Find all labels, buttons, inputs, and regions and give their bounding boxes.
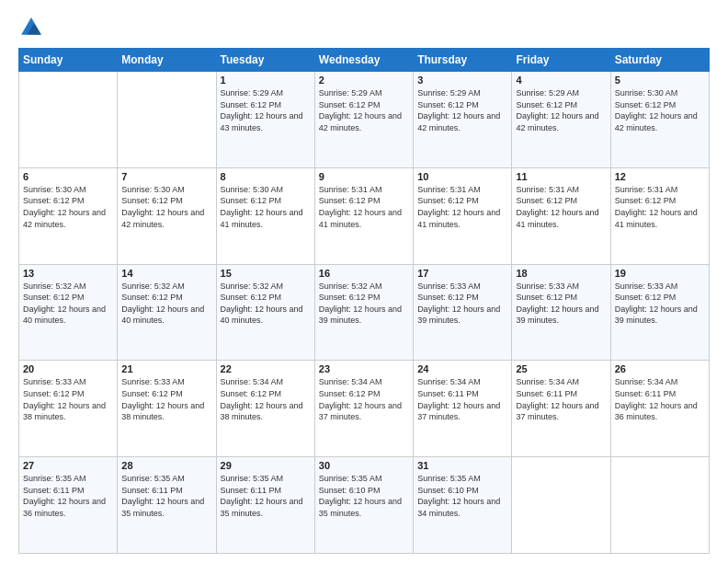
calendar-cell: 4Sunrise: 5:29 AMSunset: 6:12 PMDaylight… (512, 72, 610, 168)
calendar-header: SundayMondayTuesdayWednesdayThursdayFrid… (19, 49, 710, 72)
day-info: Sunrise: 5:32 AMSunset: 6:12 PMDaylight:… (23, 281, 113, 327)
logo (18, 15, 48, 40)
day-info: Sunrise: 5:32 AMSunset: 6:12 PMDaylight:… (121, 281, 211, 327)
day-number: 7 (121, 171, 211, 182)
day-info: Sunrise: 5:34 AMSunset: 6:11 PMDaylight:… (417, 376, 507, 422)
day-number: 2 (319, 75, 409, 86)
day-info: Sunrise: 5:33 AMSunset: 6:12 PMDaylight:… (121, 376, 211, 422)
day-number: 15 (221, 268, 311, 279)
day-number: 31 (417, 460, 507, 471)
day-info: Sunrise: 5:29 AMSunset: 6:12 PMDaylight:… (417, 87, 507, 133)
day-number: 26 (615, 363, 705, 374)
day-info: Sunrise: 5:35 AMSunset: 6:10 PMDaylight:… (417, 473, 507, 519)
week-row-5: 27Sunrise: 5:35 AMSunset: 6:11 PMDayligh… (19, 457, 710, 554)
logo-icon (18, 15, 44, 40)
day-number: 23 (319, 363, 409, 374)
calendar-cell: 9Sunrise: 5:31 AMSunset: 6:12 PMDaylight… (314, 167, 413, 264)
calendar-cell: 31Sunrise: 5:35 AMSunset: 6:10 PMDayligh… (414, 457, 512, 554)
week-row-2: 6Sunrise: 5:30 AMSunset: 6:12 PMDaylight… (19, 167, 710, 264)
header-day-thursday: Thursday (414, 49, 512, 72)
day-number: 5 (615, 75, 705, 86)
calendar-cell: 18Sunrise: 5:33 AMSunset: 6:12 PMDayligh… (512, 264, 610, 361)
day-number: 21 (121, 363, 211, 374)
day-info: Sunrise: 5:33 AMSunset: 6:12 PMDaylight:… (615, 281, 705, 327)
header (18, 15, 710, 40)
day-info: Sunrise: 5:34 AMSunset: 6:12 PMDaylight:… (221, 376, 311, 422)
header-day-sunday: Sunday (19, 49, 118, 72)
day-info: Sunrise: 5:34 AMSunset: 6:11 PMDaylight:… (516, 376, 606, 422)
day-number: 9 (319, 171, 409, 182)
day-number: 12 (615, 171, 705, 182)
calendar-cell: 10Sunrise: 5:31 AMSunset: 6:12 PMDayligh… (414, 167, 512, 264)
header-day-tuesday: Tuesday (216, 49, 314, 72)
calendar-cell: 2Sunrise: 5:29 AMSunset: 6:12 PMDaylight… (314, 72, 413, 168)
calendar-cell: 7Sunrise: 5:30 AMSunset: 6:12 PMDaylight… (118, 167, 216, 264)
day-info: Sunrise: 5:29 AMSunset: 6:12 PMDaylight:… (516, 87, 606, 133)
day-number: 29 (221, 460, 311, 471)
calendar-cell: 21Sunrise: 5:33 AMSunset: 6:12 PMDayligh… (118, 361, 216, 457)
day-info: Sunrise: 5:33 AMSunset: 6:12 PMDaylight:… (516, 281, 606, 327)
day-info: Sunrise: 5:35 AMSunset: 6:10 PMDaylight:… (319, 473, 409, 519)
calendar-cell: 25Sunrise: 5:34 AMSunset: 6:11 PMDayligh… (512, 361, 610, 457)
calendar-cell: 8Sunrise: 5:30 AMSunset: 6:12 PMDaylight… (216, 167, 314, 264)
day-number: 13 (23, 268, 113, 279)
day-number: 22 (221, 363, 311, 374)
calendar-cell: 15Sunrise: 5:32 AMSunset: 6:12 PMDayligh… (216, 264, 314, 361)
day-number: 19 (615, 268, 705, 279)
calendar-cell: 16Sunrise: 5:32 AMSunset: 6:12 PMDayligh… (314, 264, 413, 361)
calendar-cell: 19Sunrise: 5:33 AMSunset: 6:12 PMDayligh… (610, 264, 709, 361)
day-number: 14 (121, 268, 211, 279)
day-number: 16 (319, 268, 409, 279)
day-info: Sunrise: 5:33 AMSunset: 6:12 PMDaylight:… (417, 281, 507, 327)
calendar-cell: 24Sunrise: 5:34 AMSunset: 6:11 PMDayligh… (414, 361, 512, 457)
day-info: Sunrise: 5:30 AMSunset: 6:12 PMDaylight:… (23, 184, 113, 230)
day-info: Sunrise: 5:29 AMSunset: 6:12 PMDaylight:… (319, 87, 409, 133)
day-number: 20 (23, 363, 113, 374)
day-info: Sunrise: 5:34 AMSunset: 6:11 PMDaylight:… (615, 376, 705, 422)
day-info: Sunrise: 5:31 AMSunset: 6:12 PMDaylight:… (319, 184, 409, 230)
calendar-cell: 11Sunrise: 5:31 AMSunset: 6:12 PMDayligh… (512, 167, 610, 264)
calendar-cell: 14Sunrise: 5:32 AMSunset: 6:12 PMDayligh… (118, 264, 216, 361)
day-info: Sunrise: 5:32 AMSunset: 6:12 PMDaylight:… (221, 281, 311, 327)
calendar-body: 1Sunrise: 5:29 AMSunset: 6:12 PMDaylight… (19, 72, 710, 554)
day-info: Sunrise: 5:33 AMSunset: 6:12 PMDaylight:… (23, 376, 113, 422)
calendar-cell: 29Sunrise: 5:35 AMSunset: 6:11 PMDayligh… (216, 457, 314, 554)
day-info: Sunrise: 5:30 AMSunset: 6:12 PMDaylight:… (121, 184, 211, 230)
calendar-cell: 23Sunrise: 5:34 AMSunset: 6:12 PMDayligh… (314, 361, 413, 457)
calendar-cell: 26Sunrise: 5:34 AMSunset: 6:11 PMDayligh… (610, 361, 709, 457)
calendar-cell: 30Sunrise: 5:35 AMSunset: 6:10 PMDayligh… (314, 457, 413, 554)
day-info: Sunrise: 5:31 AMSunset: 6:12 PMDaylight:… (516, 184, 606, 230)
calendar-cell: 5Sunrise: 5:30 AMSunset: 6:12 PMDaylight… (610, 72, 709, 168)
day-number: 6 (23, 171, 113, 182)
day-number: 11 (516, 171, 606, 182)
header-day-saturday: Saturday (610, 49, 709, 72)
day-number: 8 (221, 171, 311, 182)
day-info: Sunrise: 5:35 AMSunset: 6:11 PMDaylight:… (121, 473, 211, 519)
week-row-3: 13Sunrise: 5:32 AMSunset: 6:12 PMDayligh… (19, 264, 710, 361)
day-info: Sunrise: 5:30 AMSunset: 6:12 PMDaylight:… (221, 184, 311, 230)
day-number: 27 (23, 460, 113, 471)
header-day-monday: Monday (118, 49, 216, 72)
calendar-cell: 17Sunrise: 5:33 AMSunset: 6:12 PMDayligh… (414, 264, 512, 361)
day-number: 24 (417, 363, 507, 374)
day-info: Sunrise: 5:35 AMSunset: 6:11 PMDaylight:… (221, 473, 311, 519)
day-info: Sunrise: 5:29 AMSunset: 6:12 PMDaylight:… (221, 87, 311, 133)
header-day-friday: Friday (512, 49, 610, 72)
calendar-cell: 13Sunrise: 5:32 AMSunset: 6:12 PMDayligh… (19, 264, 118, 361)
week-row-4: 20Sunrise: 5:33 AMSunset: 6:12 PMDayligh… (19, 361, 710, 457)
calendar-cell: 20Sunrise: 5:33 AMSunset: 6:12 PMDayligh… (19, 361, 118, 457)
day-info: Sunrise: 5:31 AMSunset: 6:12 PMDaylight:… (615, 184, 705, 230)
calendar-cell (512, 457, 610, 554)
calendar-cell (19, 72, 118, 168)
calendar-cell: 3Sunrise: 5:29 AMSunset: 6:12 PMDaylight… (414, 72, 512, 168)
day-number: 1 (221, 75, 311, 86)
calendar-cell (118, 72, 216, 168)
day-info: Sunrise: 5:34 AMSunset: 6:12 PMDaylight:… (319, 376, 409, 422)
week-row-1: 1Sunrise: 5:29 AMSunset: 6:12 PMDaylight… (19, 72, 710, 168)
day-number: 28 (121, 460, 211, 471)
day-info: Sunrise: 5:35 AMSunset: 6:11 PMDaylight:… (23, 473, 113, 519)
calendar-cell: 28Sunrise: 5:35 AMSunset: 6:11 PMDayligh… (118, 457, 216, 554)
calendar-cell: 27Sunrise: 5:35 AMSunset: 6:11 PMDayligh… (19, 457, 118, 554)
header-day-wednesday: Wednesday (314, 49, 413, 72)
calendar-cell: 1Sunrise: 5:29 AMSunset: 6:12 PMDaylight… (216, 72, 314, 168)
